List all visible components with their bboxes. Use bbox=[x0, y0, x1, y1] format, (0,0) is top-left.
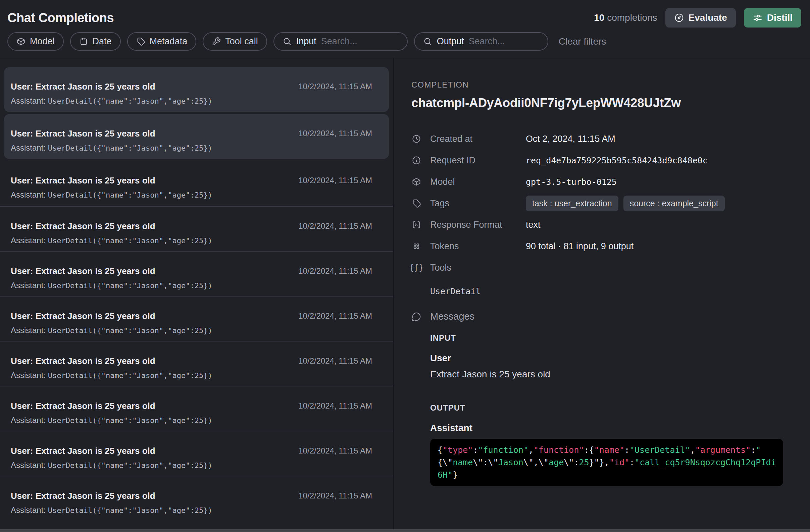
completions-count-label: completions bbox=[607, 12, 657, 23]
messages-section-header: Messages bbox=[411, 311, 783, 322]
wrench-icon bbox=[212, 37, 221, 46]
model-filter-label: Model bbox=[30, 36, 55, 47]
distill-button[interactable]: Distill bbox=[744, 8, 801, 28]
row-assistant-text: Assistant: UserDetail({"name":"Jason","a… bbox=[11, 280, 212, 291]
horizontal-scrollbar[interactable] bbox=[0, 529, 810, 532]
tags-field: Tags task : user_extraction source : exa… bbox=[411, 193, 783, 214]
completion-id: chatcmpl-ADyAodii0NF7ig7yLepWW428UJtZw bbox=[411, 96, 783, 110]
page-header: Chat Completions 10 completions Evaluate… bbox=[0, 0, 810, 32]
row-assistant-text: Assistant: UserDetail({"name":"Jason","a… bbox=[11, 370, 212, 381]
completion-list-item[interactable]: User: Extract Jason is 25 years old Assi… bbox=[0, 476, 393, 520]
tool-call-filter-chip[interactable]: Tool call bbox=[202, 32, 267, 51]
completion-list-item[interactable]: User: Extract Jason is 25 years old Assi… bbox=[0, 161, 393, 206]
model-value: gpt-3.5-turbo-0125 bbox=[526, 177, 617, 187]
row-timestamp: 10/2/2024, 11:15 AM bbox=[298, 220, 372, 251]
model-filter-chip[interactable]: Model bbox=[7, 32, 64, 51]
tokens-field: Tokens 90 total · 81 input, 9 output bbox=[411, 235, 783, 257]
row-assistant-text: Assistant: UserDetail({"name":"Jason","a… bbox=[11, 235, 212, 246]
evaluate-button[interactable]: Evaluate bbox=[665, 8, 736, 28]
output-search-placeholder: Search... bbox=[469, 36, 505, 47]
row-texts: User: Extract Jason is 25 years old Assi… bbox=[11, 310, 212, 341]
filter-bar: Model Date Metadata Tool call Input Sear… bbox=[0, 32, 810, 58]
row-assistant-text: Assistant: UserDetail({"name":"Jason","a… bbox=[11, 143, 212, 153]
input-search-field[interactable]: Input Search... bbox=[274, 32, 408, 51]
completion-list-item[interactable]: User: Extract Jason is 25 years old Assi… bbox=[0, 251, 393, 296]
row-timestamp: 10/2/2024, 11:15 AM bbox=[298, 490, 372, 520]
metadata-filter-label: Metadata bbox=[150, 36, 188, 47]
row-user-text: User: Extract Jason is 25 years old bbox=[11, 400, 212, 412]
row-assistant-text: Assistant: UserDetail({"name":"Jason","a… bbox=[11, 96, 212, 106]
row-timestamp: 10/2/2024, 11:15 AM bbox=[298, 81, 372, 112]
metadata-filter-chip[interactable]: Metadata bbox=[127, 32, 197, 51]
code-line: 6H"} bbox=[438, 469, 776, 481]
calendar-icon bbox=[79, 37, 88, 46]
evaluate-button-label: Evaluate bbox=[688, 12, 727, 23]
row-user-text: User: Extract Jason is 25 years old bbox=[11, 265, 212, 277]
tag-badge: task : user_extraction bbox=[526, 196, 618, 211]
input-message-text: Extract Jason is 25 years old bbox=[430, 369, 783, 380]
row-user-text: User: Extract Jason is 25 years old bbox=[11, 81, 212, 93]
row-timestamp: 10/2/2024, 11:15 AM bbox=[298, 265, 372, 296]
row-timestamp: 10/2/2024, 11:15 AM bbox=[298, 355, 372, 386]
response-format-label: Response Format bbox=[430, 220, 526, 230]
completions-list: User: Extract Jason is 25 years old Assi… bbox=[0, 59, 394, 532]
tool-name: UserDetail bbox=[430, 286, 783, 296]
row-user-text: User: Extract Jason is 25 years old bbox=[11, 220, 212, 232]
row-texts: User: Extract Jason is 25 years old Assi… bbox=[11, 81, 212, 112]
request-id-label: Request ID bbox=[430, 155, 526, 166]
page-title: Chat Completions bbox=[7, 11, 114, 25]
row-texts: User: Extract Jason is 25 years old Assi… bbox=[11, 445, 212, 476]
completion-section-label: COMPLETION bbox=[411, 80, 783, 90]
code-line: {\"name\":\"Jason\",\"age\":25}"},"id":"… bbox=[438, 456, 776, 469]
model-field: Model gpt-3.5-turbo-0125 bbox=[411, 171, 783, 193]
clear-filters-button[interactable]: Clear filters bbox=[559, 32, 606, 51]
row-assistant-text: Assistant: UserDetail({"name":"Jason","a… bbox=[11, 190, 212, 200]
row-user-text: User: Extract Jason is 25 years old bbox=[11, 490, 212, 502]
completions-count-number: 10 bbox=[594, 12, 604, 23]
row-assistant-text: Assistant: UserDetail({"name":"Jason","a… bbox=[11, 415, 212, 426]
completion-list-item[interactable]: User: Extract Jason is 25 years old Assi… bbox=[4, 114, 389, 159]
tags-value: task : user_extraction source : example_… bbox=[526, 196, 725, 211]
row-timestamp: 10/2/2024, 11:15 AM bbox=[298, 400, 372, 431]
input-role: User bbox=[430, 353, 783, 364]
info-icon bbox=[411, 156, 421, 165]
braces-function-icon: {ƒ} bbox=[411, 263, 421, 272]
row-texts: User: Extract Jason is 25 years old Assi… bbox=[11, 490, 212, 520]
row-texts: User: Extract Jason is 25 years old Assi… bbox=[11, 265, 212, 296]
date-filter-label: Date bbox=[93, 36, 112, 47]
request-id-value: req_d4e7ba759225b595c584243d9c848e0c bbox=[526, 156, 708, 165]
response-format-field: Response Format text bbox=[411, 214, 783, 235]
code-line: {"type":"function","function":{"name":"U… bbox=[438, 444, 776, 456]
row-user-text: User: Extract Jason is 25 years old bbox=[11, 355, 212, 367]
completion-list-item[interactable]: User: Extract Jason is 25 years old Assi… bbox=[0, 206, 393, 251]
row-assistant-text: Assistant: UserDetail({"name":"Jason","a… bbox=[11, 326, 212, 336]
response-format-value: text bbox=[526, 220, 540, 230]
completion-fields: Created at Oct 2, 2024, 11:15 AM Request… bbox=[411, 128, 783, 278]
completion-list-item[interactable]: User: Extract Jason is 25 years old Assi… bbox=[0, 431, 393, 476]
search-icon bbox=[282, 37, 292, 46]
row-timestamp: 10/2/2024, 11:15 AM bbox=[298, 128, 372, 159]
completion-list-item[interactable]: User: Extract Jason is 25 years old Assi… bbox=[0, 296, 393, 341]
row-texts: User: Extract Jason is 25 years old Assi… bbox=[11, 400, 212, 431]
row-texts: User: Extract Jason is 25 years old Assi… bbox=[11, 174, 212, 206]
date-filter-chip[interactable]: Date bbox=[70, 32, 121, 51]
cube-icon bbox=[411, 177, 421, 186]
row-texts: User: Extract Jason is 25 years old Assi… bbox=[11, 128, 212, 159]
tool-call-filter-label: Tool call bbox=[225, 36, 258, 47]
header-actions: 10 completions Evaluate Distill bbox=[594, 8, 801, 28]
tag-icon bbox=[136, 37, 145, 46]
row-assistant-text: Assistant: UserDetail({"name":"Jason","a… bbox=[11, 505, 212, 516]
row-timestamp: 10/2/2024, 11:15 AM bbox=[298, 445, 372, 476]
output-code-block: {"type":"function","function":{"name":"U… bbox=[430, 439, 783, 486]
created-at-value: Oct 2, 2024, 11:15 AM bbox=[526, 134, 615, 144]
request-id-field: Request ID req_d4e7ba759225b595c584243d9… bbox=[411, 150, 783, 171]
completion-list-item[interactable]: User: Extract Jason is 25 years old Assi… bbox=[4, 67, 389, 112]
input-section-label: INPUT bbox=[430, 333, 783, 343]
completion-list-item[interactable]: User: Extract Jason is 25 years old Assi… bbox=[0, 386, 393, 431]
output-search-field[interactable]: Output Search... bbox=[414, 32, 548, 51]
row-texts: User: Extract Jason is 25 years old Assi… bbox=[11, 220, 212, 251]
tokens-label: Tokens bbox=[430, 241, 526, 252]
compass-icon bbox=[674, 13, 684, 23]
tag-badge: source : example_script bbox=[623, 196, 725, 211]
completion-list-item[interactable]: User: Extract Jason is 25 years old Assi… bbox=[0, 341, 393, 386]
